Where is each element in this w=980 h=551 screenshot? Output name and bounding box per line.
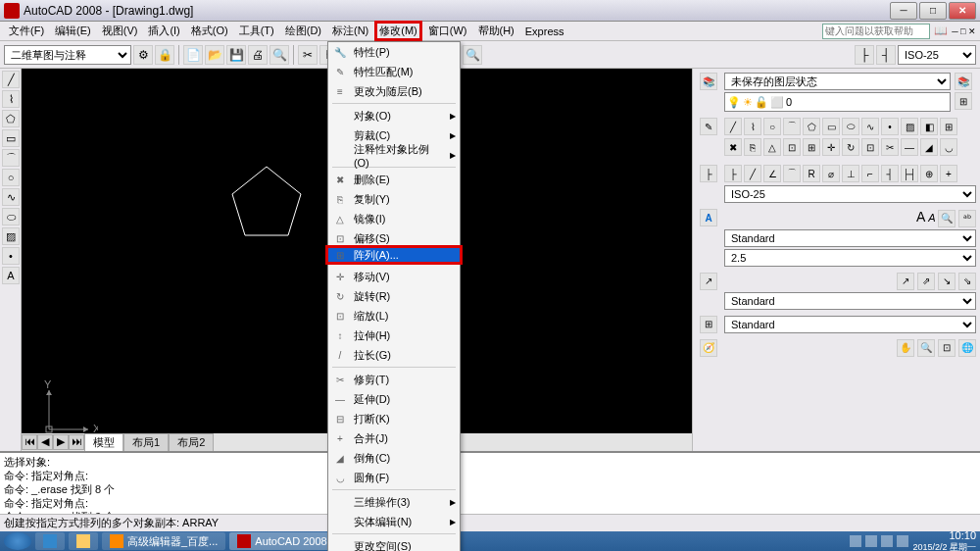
menu-modify[interactable]: 修改(M) (374, 21, 422, 41)
menu-format[interactable]: 格式(O) (186, 22, 233, 40)
menu-item-23[interactable]: 实体编辑(N)▶ (328, 512, 460, 531)
menu-item-8[interactable]: △镜像(I) (328, 209, 460, 228)
dim-ctr-icon[interactable]: + (940, 165, 957, 182)
textstyle-combo[interactable]: Standard (724, 229, 976, 247)
menu-item-1[interactable]: ✎特性匹配(M) (328, 62, 460, 81)
dimstyle-combo[interactable]: ISO-25 (898, 45, 976, 65)
tab-layout1[interactable]: 布局1 (123, 433, 169, 452)
arc-tool-icon[interactable]: ⌒ (2, 149, 20, 167)
menu-window[interactable]: 窗口(W) (423, 22, 472, 40)
tb-zoom-icon[interactable]: 🔍 (463, 45, 482, 65)
circle-tool-icon[interactable]: ○ (2, 169, 20, 186)
close-button[interactable]: ✕ (949, 2, 976, 20)
dim-cont-icon[interactable]: ├┤ (901, 165, 918, 182)
mod-rotate-icon[interactable]: ↻ (842, 138, 859, 156)
pline-tool-icon[interactable]: ⌇ (2, 90, 20, 108)
menu-item-3[interactable]: 对象(O)▶ (328, 106, 460, 125)
draw-panel-icon[interactable]: ✎ (700, 118, 717, 135)
polygon-tool-icon[interactable]: ⬠ (2, 110, 20, 127)
dim-dia-icon[interactable]: ⌀ (822, 165, 840, 182)
menu-item-12[interactable]: ↻旋转(R) (328, 286, 460, 306)
tb-open-icon[interactable]: 📂 (205, 45, 224, 65)
help-search-input[interactable] (822, 24, 930, 39)
task-browser[interactable]: 高级编辑器_百度... (102, 532, 225, 550)
task-folder-icon[interactable] (69, 532, 98, 550)
tab-first-icon[interactable]: ⏮ (22, 434, 37, 450)
menu-view[interactable]: 视图(V) (97, 22, 143, 40)
tb-setting-icon[interactable]: ⚙ (133, 45, 153, 65)
draw-spl-icon[interactable]: ∿ (861, 118, 879, 135)
layer-tool2-icon[interactable]: ⊞ (955, 92, 972, 110)
mod-fillet-icon[interactable]: ◡ (940, 138, 957, 156)
text-tool-icon[interactable]: A (2, 267, 20, 284)
line-tool-icon[interactable]: ╱ (2, 71, 20, 88)
tab-prev-icon[interactable]: ◀ (37, 434, 53, 450)
mod-extend-icon[interactable]: — (901, 138, 918, 156)
layer-panel-icon[interactable]: 📚 (700, 73, 717, 90)
leader-combo[interactable]: Standard (724, 292, 976, 310)
leader-3-icon[interactable]: ↘ (938, 273, 956, 290)
tb-preview-icon[interactable]: 🔍 (270, 45, 289, 65)
menu-item-21[interactable]: ◡圆角(F) (328, 468, 460, 487)
menu-express[interactable]: Express (520, 24, 569, 39)
mod-trim-icon[interactable]: ✂ (881, 138, 899, 156)
table-panel-icon[interactable]: ⊞ (700, 316, 717, 333)
tb-cut-icon[interactable]: ✂ (298, 45, 318, 65)
dim-lin-icon[interactable]: ├ (724, 165, 742, 182)
workspace-combo[interactable]: 二维草图与注释 (4, 45, 131, 65)
mod-mirror-icon[interactable]: △ (763, 138, 781, 156)
tray-icon[interactable] (897, 535, 908, 547)
menu-draw[interactable]: 绘图(D) (280, 22, 326, 40)
menu-edit[interactable]: 编辑(E) (50, 22, 96, 40)
tb-print-icon[interactable]: 🖨 (248, 45, 268, 65)
dimstyle-panel-combo[interactable]: ISO-25 (724, 185, 976, 203)
menu-item-22[interactable]: 三维操作(3)▶ (328, 492, 460, 512)
text-find-icon[interactable]: 🔍 (938, 210, 956, 227)
draw-poly-icon[interactable]: ⬠ (803, 118, 820, 135)
tab-next-icon[interactable]: ▶ (53, 434, 69, 450)
menu-item-0[interactable]: 🔧特性(P) (328, 42, 460, 62)
dim-rad-icon[interactable]: R (803, 165, 820, 182)
menu-item-11[interactable]: ✛移动(V) (328, 267, 460, 286)
menu-help[interactable]: 帮助(H) (473, 22, 519, 40)
tray-icon[interactable] (881, 535, 893, 547)
command-window[interactable]: 选择对象: 命令: 指定对角点: 命令: _.erase 找到 8 个 命令: … (0, 451, 980, 514)
mod-chamfer-icon[interactable]: ◢ (920, 138, 938, 156)
leader-1-icon[interactable]: ↗ (897, 273, 914, 290)
menu-item-20[interactable]: ◢倒角(C) (328, 448, 460, 468)
draw-reg-icon[interactable]: ◧ (920, 118, 938, 135)
draw-line-icon[interactable]: ╱ (724, 118, 742, 135)
mod-move-icon[interactable]: ✛ (822, 138, 840, 156)
layer-state-combo[interactable]: 未保存的图层状态 (724, 73, 951, 90)
draw-arc-icon[interactable]: ⌒ (783, 118, 801, 135)
draw-hatch-icon[interactable]: ▨ (901, 118, 918, 135)
dim-tol-icon[interactable]: ⊕ (920, 165, 938, 182)
tb-new-icon[interactable]: 📄 (183, 45, 203, 65)
dim-arc-icon[interactable]: ⌒ (783, 165, 801, 182)
help-icon[interactable]: 📖 (934, 25, 948, 37)
nav-orbit-icon[interactable]: 🌐 (958, 339, 976, 357)
tb-save-icon[interactable]: 💾 (226, 45, 246, 65)
draw-circle-icon[interactable]: ○ (763, 118, 781, 135)
tb-lock-icon[interactable]: 🔒 (155, 45, 174, 65)
tab-model[interactable]: 模型 (84, 433, 123, 452)
leader-4-icon[interactable]: ⇘ (958, 273, 976, 290)
mod-copy-icon[interactable]: ⎘ (744, 138, 761, 156)
tb-dim-icon2[interactable]: ┤ (876, 45, 896, 65)
menu-insert[interactable]: 插入(I) (143, 22, 184, 40)
menu-dimension[interactable]: 标注(N) (327, 22, 373, 40)
point-tool-icon[interactable]: • (2, 247, 20, 265)
minimize-button[interactable]: ─ (890, 2, 917, 20)
tray-icon[interactable] (850, 535, 861, 547)
mod-array-icon[interactable]: ⊞ (803, 138, 820, 156)
spline-tool-icon[interactable]: ∿ (2, 188, 20, 206)
tb-dim-icon[interactable]: ├ (855, 45, 874, 65)
dim-panel-icon[interactable]: ├ (700, 165, 717, 182)
start-button[interactable] (4, 532, 31, 550)
text-panel-icon[interactable]: A (700, 209, 717, 226)
menu-item-18[interactable]: ⊟打断(K) (328, 409, 460, 428)
text-spell-icon[interactable]: ᵃᵇ (958, 210, 976, 227)
draw-rect-icon[interactable]: ▭ (822, 118, 840, 135)
menu-item-17[interactable]: —延伸(D) (328, 389, 460, 409)
tab-last-icon[interactable]: ⏭ (69, 434, 84, 450)
